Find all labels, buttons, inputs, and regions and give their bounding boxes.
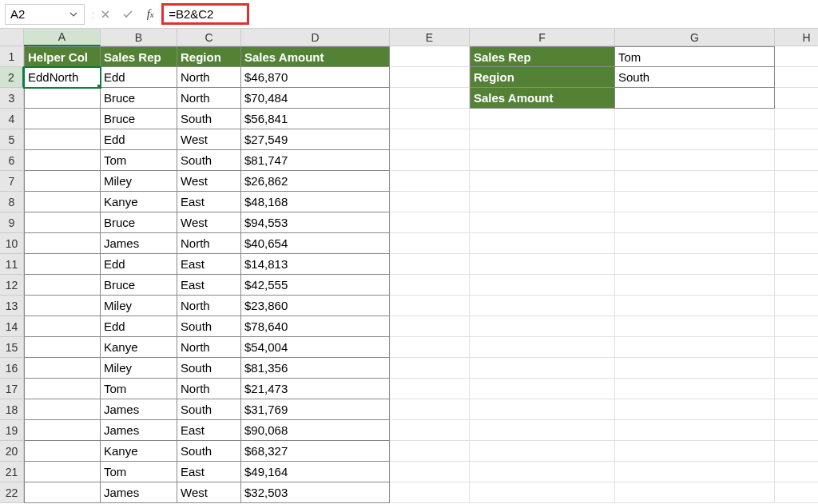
lookup-value-sales-amount[interactable]	[615, 88, 775, 109]
cell-amount-15[interactable]: $54,004	[241, 337, 390, 358]
cell-f13[interactable]	[470, 296, 615, 316]
cell-f10[interactable]	[470, 233, 615, 254]
row-header-10[interactable]: 10	[0, 233, 24, 254]
cell-g11[interactable]	[615, 254, 775, 275]
cell-f19[interactable]	[470, 420, 615, 441]
cell-e8[interactable]	[390, 192, 470, 212]
cell-h14[interactable]	[775, 316, 818, 337]
fill-handle[interactable]	[97, 85, 101, 88]
column-header-h[interactable]: H	[775, 29, 818, 46]
cell-e20[interactable]	[390, 441, 470, 462]
cell-h10[interactable]	[775, 233, 818, 254]
cell-rep-7[interactable]: Miley	[101, 171, 177, 192]
cell-e1[interactable]	[390, 46, 470, 67]
cell-region-15[interactable]: North	[177, 337, 241, 358]
cell-h7[interactable]	[775, 171, 818, 192]
cell-amount-12[interactable]: $42,555	[241, 275, 390, 296]
cell-rep-18[interactable]: James	[101, 399, 177, 420]
cell-e19[interactable]	[390, 420, 470, 441]
cell-g16[interactable]	[615, 358, 775, 379]
cell-g13[interactable]	[615, 296, 775, 316]
cell-h17[interactable]	[775, 379, 818, 399]
cell-region-6[interactable]: South	[177, 150, 241, 171]
row-header-20[interactable]: 20	[0, 441, 24, 462]
cell-h19[interactable]	[775, 420, 818, 441]
row-header-21[interactable]: 21	[0, 462, 24, 482]
row-header-3[interactable]: 3	[0, 88, 24, 109]
cell-region-9[interactable]: West	[177, 212, 241, 233]
cell-e3[interactable]	[390, 88, 470, 109]
cell-rep-16[interactable]: Miley	[101, 358, 177, 379]
cell-h21[interactable]	[775, 462, 818, 482]
column-header-c[interactable]: C	[177, 29, 241, 46]
cell-amount-11[interactable]: $14,813	[241, 254, 390, 275]
cell-e13[interactable]	[390, 296, 470, 316]
cell-region-14[interactable]: South	[177, 316, 241, 337]
cell-region-18[interactable]: South	[177, 399, 241, 420]
cell-rep-22[interactable]: James	[101, 482, 177, 503]
cell-amount-4[interactable]: $56,841	[241, 109, 390, 129]
cell-f12[interactable]	[470, 275, 615, 296]
cell-helper-16[interactable]	[24, 358, 101, 379]
cell-f17[interactable]	[470, 379, 615, 399]
cell-h5[interactable]	[775, 129, 818, 150]
row-header-17[interactable]: 17	[0, 379, 24, 399]
cell-amount-16[interactable]: $81,356	[241, 358, 390, 379]
cell-amount-18[interactable]: $31,769	[241, 399, 390, 420]
row-header-12[interactable]: 12	[0, 275, 24, 296]
cell-e4[interactable]	[390, 109, 470, 129]
cell-e5[interactable]	[390, 129, 470, 150]
cell-rep-5[interactable]: Edd	[101, 129, 177, 150]
cell-rep-4[interactable]: Bruce	[101, 109, 177, 129]
cell-h15[interactable]	[775, 337, 818, 358]
row-header-1[interactable]: 1	[0, 46, 24, 67]
cell-h12[interactable]	[775, 275, 818, 296]
cell-region-20[interactable]: South	[177, 441, 241, 462]
header-sales-rep[interactable]: Sales Rep	[101, 46, 177, 67]
cell-amount-17[interactable]: $21,473	[241, 379, 390, 399]
cell-rep-14[interactable]: Edd	[101, 316, 177, 337]
cell-region-22[interactable]: West	[177, 482, 241, 503]
cell-h8[interactable]	[775, 192, 818, 212]
cell-helper-10[interactable]	[24, 233, 101, 254]
row-header-4[interactable]: 4	[0, 109, 24, 129]
cell-helper-9[interactable]	[24, 212, 101, 233]
cell-rep-17[interactable]: Tom	[101, 379, 177, 399]
cell-rep-10[interactable]: James	[101, 233, 177, 254]
cell-g12[interactable]	[615, 275, 775, 296]
cell-h4[interactable]	[775, 109, 818, 129]
cell-g4[interactable]	[615, 109, 775, 129]
cancel-formula-button[interactable]	[94, 4, 117, 25]
cell-f5[interactable]	[470, 129, 615, 150]
column-header-e[interactable]: E	[390, 29, 470, 46]
cell-f20[interactable]	[470, 441, 615, 462]
cell-rep-11[interactable]: Edd	[101, 254, 177, 275]
cell-e10[interactable]	[390, 233, 470, 254]
cell-f8[interactable]	[470, 192, 615, 212]
cell-amount-5[interactable]: $27,549	[241, 129, 390, 150]
cell-amount-6[interactable]: $81,747	[241, 150, 390, 171]
cell-f14[interactable]	[470, 316, 615, 337]
column-header-f[interactable]: F	[470, 29, 615, 46]
cell-h3[interactable]	[775, 88, 818, 109]
cell-region-3[interactable]: North	[177, 88, 241, 109]
cell-helper-14[interactable]	[24, 316, 101, 337]
cell-region-19[interactable]: East	[177, 420, 241, 441]
cell-g17[interactable]	[615, 379, 775, 399]
cell-amount-2[interactable]: $46,870	[241, 67, 390, 88]
cell-f9[interactable]	[470, 212, 615, 233]
cell-helper-11[interactable]	[24, 254, 101, 275]
cell-amount-7[interactable]: $26,862	[241, 171, 390, 192]
row-header-13[interactable]: 13	[0, 296, 24, 316]
column-header-d[interactable]: D	[241, 29, 390, 46]
name-box[interactable]: A2	[5, 4, 85, 25]
cell-rep-9[interactable]: Bruce	[101, 212, 177, 233]
cell-region-8[interactable]: East	[177, 192, 241, 212]
cell-rep-15[interactable]: Kanye	[101, 337, 177, 358]
cell-helper-15[interactable]	[24, 337, 101, 358]
cell-amount-22[interactable]: $32,503	[241, 482, 390, 503]
cell-helper-8[interactable]	[24, 192, 101, 212]
cell-h20[interactable]	[775, 441, 818, 462]
cell-e17[interactable]	[390, 379, 470, 399]
cell-region-10[interactable]: North	[177, 233, 241, 254]
